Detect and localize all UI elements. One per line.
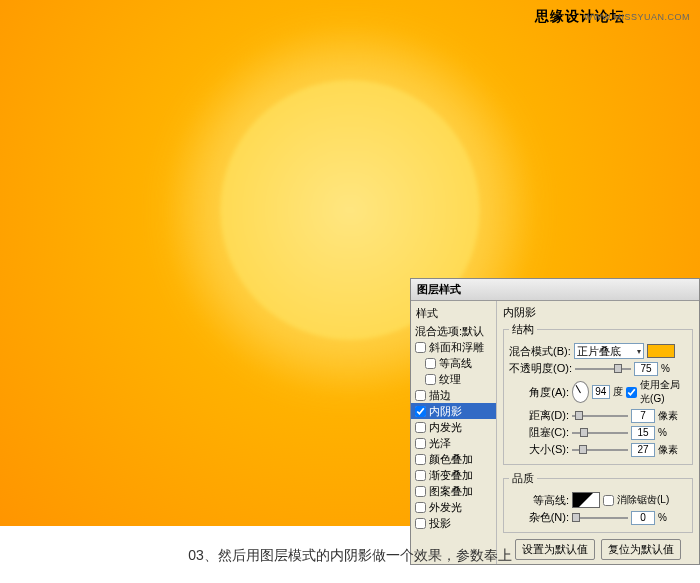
style-checkbox[interactable] — [415, 406, 426, 417]
caption-text: 03、然后用图层模式的内阴影做一个效果，参数奉上 — [0, 547, 700, 565]
choke-slider[interactable] — [572, 427, 628, 439]
layer-style-dialog: 图层样式 样式 混合选项:默认 斜面和浮雕 等高线 纹理 描边 内阴影 内发光 … — [410, 278, 700, 565]
angle-dial[interactable] — [572, 381, 589, 403]
style-item[interactable]: 颜色叠加 — [411, 451, 496, 467]
blend-mode-label: 混合模式(B): — [509, 344, 571, 359]
size-label: 大小(S): — [509, 442, 569, 457]
color-swatch[interactable] — [647, 344, 675, 358]
style-item-selected[interactable]: 内阴影 — [411, 403, 496, 419]
style-checkbox[interactable] — [415, 518, 426, 529]
choke-value[interactable]: 15 — [631, 426, 655, 440]
style-checkbox[interactable] — [415, 422, 426, 433]
size-value[interactable]: 27 — [631, 443, 655, 457]
opacity-unit: % — [661, 363, 670, 374]
style-checkbox[interactable] — [425, 374, 436, 385]
style-item[interactable]: 纹理 — [411, 371, 496, 387]
chevron-down-icon: ▾ — [637, 347, 641, 356]
blend-options-row[interactable]: 混合选项:默认 — [411, 323, 496, 339]
quality-legend: 品质 — [509, 471, 537, 486]
contour-label: 等高线: — [509, 493, 569, 508]
angle-unit: 度 — [613, 385, 623, 399]
angle-value[interactable]: 94 — [592, 385, 611, 399]
style-item[interactable]: 等高线 — [411, 355, 496, 371]
angle-label: 角度(A): — [509, 385, 569, 400]
distance-unit: 像素 — [658, 409, 678, 423]
style-item[interactable]: 投影 — [411, 515, 496, 531]
style-checkbox[interactable] — [415, 486, 426, 497]
style-checkbox[interactable] — [415, 390, 426, 401]
styles-header: 样式 — [411, 304, 496, 323]
size-unit: 像素 — [658, 443, 678, 457]
distance-value[interactable]: 7 — [631, 409, 655, 423]
style-item[interactable]: 斜面和浮雕 — [411, 339, 496, 355]
dialog-title: 图层样式 — [411, 279, 699, 301]
noise-value[interactable]: 0 — [631, 511, 655, 525]
structure-group: 结构 混合模式(B): 正片叠底▾ 不透明度(O): 75 % 角度(A): — [503, 322, 693, 465]
choke-unit: % — [658, 427, 667, 438]
antialias-checkbox[interactable] — [603, 495, 614, 506]
quality-group: 品质 等高线: 消除锯齿(L) 杂色(N): 0 % — [503, 471, 693, 533]
style-checkbox[interactable] — [415, 470, 426, 481]
global-light-checkbox[interactable] — [626, 387, 637, 398]
distance-label: 距离(D): — [509, 408, 569, 423]
style-item[interactable]: 内发光 — [411, 419, 496, 435]
noise-unit: % — [658, 512, 667, 523]
watermark-url: WWW.MISSYUAN.COM — [584, 12, 690, 22]
blend-mode-dropdown[interactable]: 正片叠底▾ — [574, 343, 644, 359]
opacity-value[interactable]: 75 — [634, 362, 658, 376]
style-item[interactable]: 渐变叠加 — [411, 467, 496, 483]
opacity-label: 不透明度(O): — [509, 361, 572, 376]
style-item[interactable]: 图案叠加 — [411, 483, 496, 499]
noise-label: 杂色(N): — [509, 510, 569, 525]
structure-legend: 结构 — [509, 322, 537, 337]
style-item[interactable]: 外发光 — [411, 499, 496, 515]
style-item[interactable]: 描边 — [411, 387, 496, 403]
distance-slider[interactable] — [572, 410, 628, 422]
style-item[interactable]: 光泽 — [411, 435, 496, 451]
size-slider[interactable] — [572, 444, 628, 456]
style-checkbox[interactable] — [415, 502, 426, 513]
settings-panel: 内阴影 结构 混合模式(B): 正片叠底▾ 不透明度(O): 75 % — [497, 301, 699, 564]
antialias-label: 消除锯齿(L) — [617, 493, 669, 507]
style-checkbox[interactable] — [415, 438, 426, 449]
style-checkbox[interactable] — [415, 454, 426, 465]
canvas-background: 思缘设计论坛 WWW.MISSYUAN.COM 图层样式 样式 混合选项:默认 … — [0, 0, 700, 526]
contour-picker[interactable] — [572, 492, 600, 508]
section-title: 内阴影 — [503, 305, 693, 320]
opacity-slider[interactable] — [575, 363, 631, 375]
global-light-label: 使用全局光(G) — [640, 378, 687, 406]
style-checkbox[interactable] — [425, 358, 436, 369]
styles-list: 样式 混合选项:默认 斜面和浮雕 等高线 纹理 描边 内阴影 内发光 光泽 颜色… — [411, 301, 497, 564]
style-checkbox[interactable] — [415, 342, 426, 353]
choke-label: 阻塞(C): — [509, 425, 569, 440]
noise-slider[interactable] — [572, 512, 628, 524]
